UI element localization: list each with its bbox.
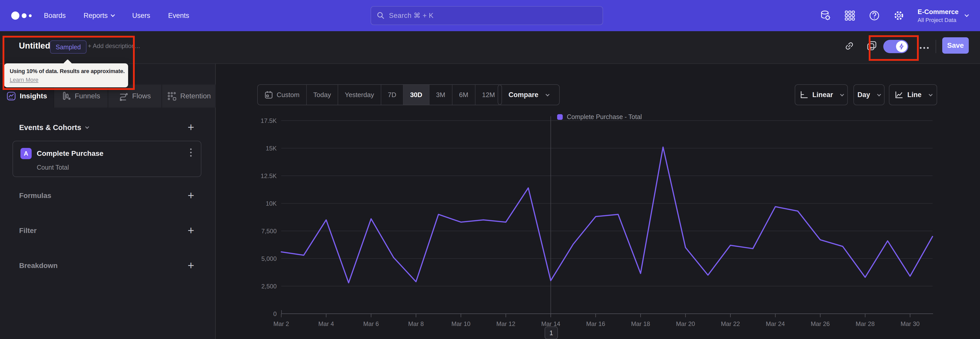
add-filter-button[interactable]: + bbox=[185, 225, 197, 237]
project-selector[interactable]: E-Commerce All Project Data bbox=[918, 8, 968, 24]
workspace: Insights Funnels Flows bbox=[0, 64, 980, 339]
funnels-icon bbox=[62, 91, 71, 101]
svg-text:Mar 26: Mar 26 bbox=[811, 320, 830, 327]
section-breakdown: Breakdown bbox=[19, 262, 58, 270]
nav-item-reports[interactable]: Reports bbox=[84, 12, 115, 20]
search-input[interactable]: Search ⌘ + K bbox=[371, 6, 603, 25]
report-tabs: Insights Funnels Flows bbox=[0, 85, 216, 107]
add-event-button[interactable]: + bbox=[185, 122, 197, 133]
insights-icon bbox=[6, 91, 16, 101]
help-icon[interactable] bbox=[869, 10, 880, 21]
flows-icon bbox=[119, 91, 129, 101]
sampling-tooltip: Using 10% of data. Results are approxima… bbox=[4, 63, 128, 87]
add-breakdown-button[interactable]: + bbox=[185, 260, 197, 272]
svg-text:12.5K: 12.5K bbox=[261, 173, 277, 179]
section-filter: Filter bbox=[19, 227, 37, 235]
chart-type-selector[interactable]: Line bbox=[889, 84, 937, 105]
line-chart[interactable]: 02,5005,0007,50010K12.5K15K17.5KMar 2Mar… bbox=[255, 110, 944, 335]
svg-text:Mar 10: Mar 10 bbox=[452, 320, 471, 327]
calendar-icon bbox=[264, 90, 273, 99]
range-6m[interactable]: 6M bbox=[452, 85, 475, 105]
tab-retention[interactable]: Retention bbox=[162, 85, 216, 107]
svg-text:17.5K: 17.5K bbox=[261, 117, 277, 124]
search-placeholder: Search ⌘ + K bbox=[389, 11, 434, 20]
top-nav: Boards Reports Users Events Search ⌘ + K bbox=[0, 0, 980, 31]
event-name: Complete Purchase bbox=[37, 149, 103, 158]
copy-link-icon[interactable] bbox=[844, 40, 855, 51]
copy-to-board-icon[interactable] bbox=[866, 40, 878, 51]
mixpanel-insights-screen: Boards Reports Users Events Search ⌘ + K bbox=[0, 0, 980, 339]
nav-item-events[interactable]: Events bbox=[168, 12, 189, 20]
events-cohorts-heading[interactable]: Events & Cohorts bbox=[19, 123, 89, 132]
svg-text:Mar 12: Mar 12 bbox=[496, 320, 515, 327]
nav-item-users[interactable]: Users bbox=[132, 12, 150, 20]
save-button[interactable]: Save bbox=[942, 37, 969, 54]
svg-text:Mar 4: Mar 4 bbox=[318, 320, 334, 327]
tab-insights[interactable]: Insights bbox=[0, 85, 54, 107]
svg-text:Mar 2: Mar 2 bbox=[273, 320, 289, 327]
svg-text:15K: 15K bbox=[266, 145, 277, 152]
svg-text:10K: 10K bbox=[266, 200, 277, 207]
settings-gear-icon[interactable] bbox=[893, 10, 904, 21]
report-title[interactable]: Untitled bbox=[19, 41, 50, 51]
search-icon bbox=[377, 11, 385, 20]
svg-text:0: 0 bbox=[273, 310, 277, 317]
line-chart-icon bbox=[894, 90, 903, 99]
svg-text:5,000: 5,000 bbox=[261, 255, 277, 262]
chevron-down-icon bbox=[965, 13, 969, 17]
svg-text:Mar 18: Mar 18 bbox=[631, 320, 650, 327]
nav-item-boards[interactable]: Boards bbox=[44, 12, 66, 20]
tab-funnels[interactable]: Funnels bbox=[54, 85, 108, 107]
sampling-tooltip-text: Using 10% of data. Results are approxima… bbox=[10, 68, 123, 75]
svg-text:Mar 22: Mar 22 bbox=[721, 320, 740, 327]
lightning-bolt-icon bbox=[898, 43, 905, 50]
range-yesterday[interactable]: Yesterday bbox=[338, 85, 381, 105]
range-today[interactable]: Today bbox=[306, 85, 338, 105]
svg-text:Mar 30: Mar 30 bbox=[900, 320, 920, 327]
apps-grid-icon[interactable] bbox=[844, 10, 856, 21]
svg-text:7,500: 7,500 bbox=[261, 228, 277, 235]
pagination-page-1[interactable]: 1 bbox=[545, 326, 558, 339]
chevron-down-icon bbox=[111, 13, 115, 17]
divider bbox=[935, 40, 936, 53]
svg-text:Mar 8: Mar 8 bbox=[408, 320, 424, 327]
nav-right-group: E-Commerce All Project Data bbox=[820, 0, 980, 31]
project-name: E-Commerce bbox=[918, 8, 959, 16]
add-formula-button[interactable]: + bbox=[185, 190, 197, 201]
section-formulas: Formulas bbox=[19, 192, 51, 200]
event-options-button[interactable] bbox=[190, 149, 192, 157]
range-custom[interactable]: Custom bbox=[258, 85, 306, 105]
retention-icon bbox=[167, 91, 177, 101]
mixpanel-logo-icon[interactable] bbox=[11, 11, 32, 20]
data-management-icon[interactable] bbox=[820, 10, 831, 21]
tab-flows[interactable]: Flows bbox=[108, 85, 162, 107]
range-3m[interactable]: 3M bbox=[429, 85, 452, 105]
svg-text:Mar 20: Mar 20 bbox=[676, 320, 695, 327]
svg-text:Mar 16: Mar 16 bbox=[586, 320, 605, 327]
sampled-badge[interactable]: Sampled bbox=[50, 40, 86, 54]
project-scope: All Project Data bbox=[918, 17, 959, 24]
chevron-down-icon bbox=[85, 125, 89, 129]
svg-text:Mar 6: Mar 6 bbox=[363, 320, 379, 327]
boost-toggle[interactable] bbox=[883, 40, 908, 53]
event-metric[interactable]: Count Total bbox=[37, 164, 69, 171]
svg-text:2,500: 2,500 bbox=[261, 283, 277, 290]
svg-text:Mar 28: Mar 28 bbox=[856, 320, 875, 327]
interval-selector[interactable]: Day bbox=[853, 84, 885, 105]
event-card[interactable]: A Complete Purchase Count Total bbox=[13, 141, 201, 177]
scale-selector[interactable]: Linear bbox=[795, 84, 848, 105]
report-header: Untitled Sampled + Add description... Sa bbox=[0, 31, 980, 64]
query-sidebar: Insights Funnels Flows bbox=[0, 64, 216, 339]
add-description[interactable]: + Add description... bbox=[88, 42, 140, 50]
linear-scale-icon bbox=[799, 90, 808, 99]
svg-text:Mar 24: Mar 24 bbox=[766, 320, 785, 327]
range-7d[interactable]: 7D bbox=[381, 85, 403, 105]
nav-menu: Boards Reports Users Events bbox=[44, 12, 189, 20]
chart-area: Custom Today Yesterday 7D 30D 3M 6M 12M … bbox=[216, 64, 980, 339]
range-30d[interactable]: 30D bbox=[403, 85, 429, 105]
learn-more-link[interactable]: Learn More bbox=[10, 77, 38, 83]
more-options-button[interactable] bbox=[920, 47, 929, 49]
event-letter-badge: A bbox=[21, 148, 32, 159]
compare-button[interactable]: Compare bbox=[498, 84, 560, 105]
date-range-control: Custom Today Yesterday 7D 30D 3M 6M 12M bbox=[257, 84, 502, 105]
